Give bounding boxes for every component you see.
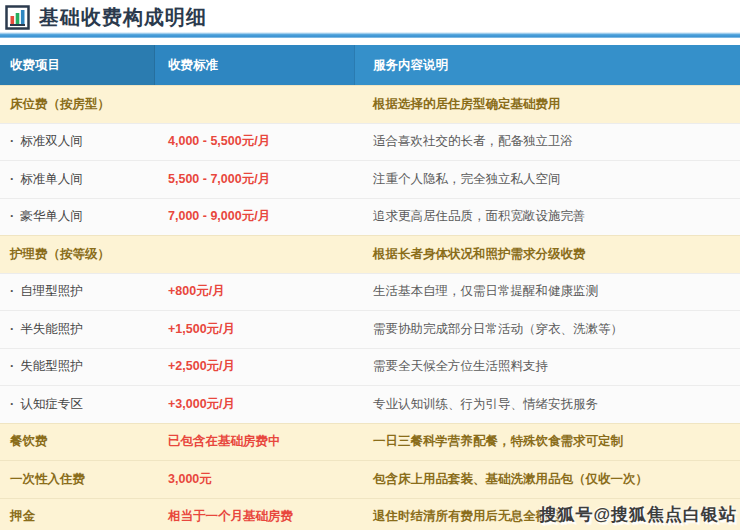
fee-item-name: ·失能型照护: [0, 358, 155, 375]
fee-item-row: ·认知症专区+3,000元/月专业认知训练、行为引导、情绪安抚服务: [0, 385, 740, 423]
fee-value: 5,500 - 7,000元/月: [155, 171, 355, 188]
fee-description: 适合喜欢社交的长者，配备独立卫浴: [355, 133, 740, 150]
title-divider: [0, 32, 740, 38]
column-header-fee-item: 收费项目: [0, 45, 155, 85]
fee-item-name: ·自理型照护: [0, 283, 155, 300]
fee-value: 4,000 - 5,500元/月: [155, 133, 355, 150]
bullet-icon: ·: [10, 397, 14, 411]
fee-value: +2,500元/月: [155, 358, 355, 375]
fee-item-row: ·标准双人间4,000 - 5,500元/月适合喜欢社交的长者，配备独立卫浴: [0, 123, 740, 161]
fee-value: 已包含在基础房费中: [155, 433, 355, 450]
bullet-icon: ·: [10, 359, 14, 373]
bullet-icon: ·: [10, 284, 14, 298]
fee-description: 根据长者身体状况和照护需求分级收费: [355, 246, 740, 263]
fee-item-name: ·标准单人间: [0, 171, 155, 188]
fee-item-name: 一次性入住费: [0, 471, 155, 488]
watermark: 搜狐号@搜狐焦点白银站: [539, 503, 737, 526]
bar-chart-icon: [5, 5, 30, 30]
bullet-icon: ·: [10, 172, 14, 186]
fee-value: +3,000元/月: [155, 396, 355, 413]
fee-item-row: ·半失能照护+1,500元/月需要协助完成部分日常活动（穿衣、洗漱等）: [0, 310, 740, 348]
bullet-icon: ·: [10, 134, 14, 148]
table-body: 床位费（按房型）根据选择的居住房型确定基础费用·标准双人间4,000 - 5,5…: [0, 85, 740, 530]
fee-item-name: 床位费（按房型）: [0, 96, 155, 113]
fee-item-name: 护理费（按等级）: [0, 246, 155, 263]
fee-description: 一日三餐科学营养配餐，特殊饮食需求可定制: [355, 433, 740, 450]
fee-description: 包含床上用品套装、基础洗漱用品包（仅收一次）: [355, 471, 740, 488]
fee-section-row: 护理费（按等级）根据长者身体状况和照护需求分级收费: [0, 235, 740, 273]
fee-item-name: ·半失能照护: [0, 321, 155, 338]
page-title-bar: 基础收费构成明细: [0, 0, 740, 31]
table-header-row: 收费项目 收费标准 服务内容说明: [0, 45, 740, 85]
fee-section-row: 餐饮费已包含在基础房费中一日三餐科学营养配餐，特殊饮食需求可定制: [0, 423, 740, 461]
fee-description: 追求更高居住品质，面积宽敞设施完善: [355, 208, 740, 225]
fee-section-row: 床位费（按房型）根据选择的居住房型确定基础费用: [0, 85, 740, 123]
fee-value: 7,000 - 9,000元/月: [155, 208, 355, 225]
fee-item-row: ·自理型照护+800元/月生活基本自理，仅需日常提醒和健康监测: [0, 273, 740, 311]
page-title: 基础收费构成明细: [39, 4, 207, 31]
fee-item-row: ·标准单人间5,500 - 7,000元/月注重个人隐私，完全独立私人空间: [0, 160, 740, 198]
fee-value: +1,500元/月: [155, 321, 355, 338]
fee-detail-page: 基础收费构成明细 收费项目 收费标准 服务内容说明 床位费（按房型）根据选择的居…: [0, 0, 740, 530]
fee-description: 生活基本自理，仅需日常提醒和健康监测: [355, 283, 740, 300]
fee-item-name: 餐饮费: [0, 433, 155, 450]
fee-value: +800元/月: [155, 283, 355, 300]
fee-description: 注重个人隐私，完全独立私人空间: [355, 171, 740, 188]
fee-description: 需要全天候全方位生活照料支持: [355, 358, 740, 375]
fee-value: 相当于一个月基础房费: [155, 508, 355, 525]
column-header-fee-standard: 收费标准: [155, 45, 355, 85]
fee-item-row: ·豪华单人间7,000 - 9,000元/月追求更高居住品质，面积宽敞设施完善: [0, 198, 740, 236]
fee-description: 需要协助完成部分日常活动（穿衣、洗漱等）: [355, 321, 740, 338]
fee-description: 根据选择的居住房型确定基础费用: [355, 96, 740, 113]
column-header-service-desc: 服务内容说明: [355, 45, 740, 85]
fee-item-name: ·认知症专区: [0, 396, 155, 413]
fee-description: 专业认知训练、行为引导、情绪安抚服务: [355, 396, 740, 413]
fee-value: 3,000元: [155, 471, 355, 488]
fee-item-name: ·标准双人间: [0, 133, 155, 150]
bullet-icon: ·: [10, 209, 14, 223]
fee-item-name: 押金: [0, 508, 155, 525]
fee-item-name: ·豪华单人间: [0, 208, 155, 225]
fee-item-row: ·失能型照护+2,500元/月需要全天候全方位生活照料支持: [0, 348, 740, 386]
fee-section-row: 一次性入住费3,000元包含床上用品套装、基础洗漱用品包（仅收一次）: [0, 460, 740, 498]
fee-table: 收费项目 收费标准 服务内容说明 床位费（按房型）根据选择的居住房型确定基础费用…: [0, 45, 740, 530]
bullet-icon: ·: [10, 322, 14, 336]
